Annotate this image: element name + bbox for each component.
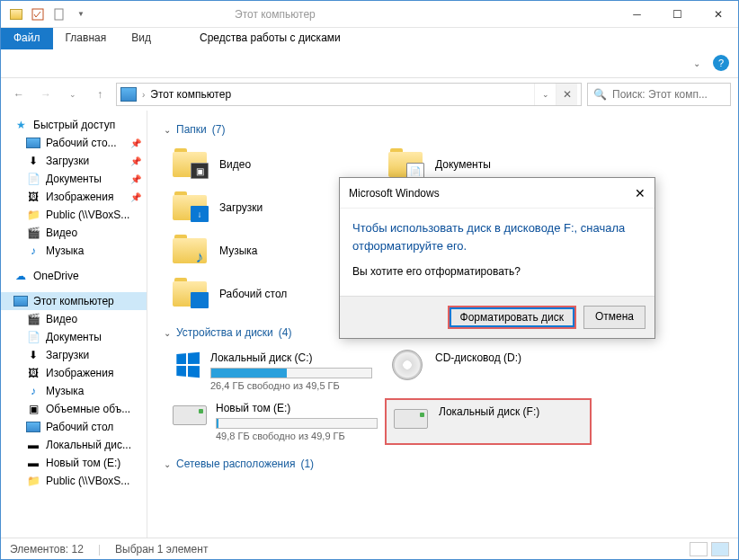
dialog-question: Вы хотите его отформатировать?: [352, 265, 642, 278]
navigation-pane: ★Быстрый доступ Рабочий сто...📌 ⬇Загрузк…: [1, 111, 147, 540]
format-button[interactable]: Форматировать диск: [448, 306, 576, 329]
hdd-icon: [392, 405, 430, 432]
drive-d[interactable]: CD-дисковод (D:): [385, 348, 592, 395]
downloads-icon: ⬇: [26, 349, 40, 361]
status-bar: Элементов: 12 | Выбран 1 элемент: [1, 538, 738, 559]
sidebar-item-downloads-pc[interactable]: ⬇Загрузки: [1, 346, 147, 364]
folder-icon: 📁: [26, 475, 40, 487]
music-icon: ♪: [26, 244, 40, 257]
status-item-count: Элементов: 12: [10, 543, 84, 556]
sidebar-item-music-pc[interactable]: ♪Музыка: [1, 382, 147, 400]
up-button[interactable]: ↑: [89, 84, 111, 105]
pin-icon: 📌: [130, 192, 141, 202]
tab-view[interactable]: Вид: [119, 28, 164, 49]
chevron-down-icon: ⌄: [164, 328, 171, 338]
drive-c[interactable]: Локальный диск (C:) 26,4 ГБ свободно из …: [169, 348, 376, 395]
cancel-button[interactable]: Отмена: [583, 306, 646, 329]
address-dropdown-icon[interactable]: ⌄: [534, 84, 556, 105]
sidebar-item-public-pc[interactable]: 📁Public (\\VBoxS...: [1, 472, 147, 490]
folder-icon: ↓: [173, 191, 210, 224]
chevron-down-icon: ⌄: [164, 459, 171, 469]
ribbon: Файл Главная Вид Средства работы с диска…: [1, 28, 738, 78]
tab-file[interactable]: Файл: [1, 28, 53, 49]
tab-main[interactable]: Главная: [53, 28, 120, 49]
cd-icon: [388, 351, 426, 378]
status-selection: Выбран 1 элемент: [115, 543, 208, 556]
recent-dropdown-icon[interactable]: ⌄: [62, 84, 84, 105]
drive-f[interactable]: Локальный диск (F:): [385, 398, 592, 445]
folder-icon: [173, 278, 210, 310]
hdd-icon: [173, 402, 207, 429]
sidebar-item-downloads[interactable]: ⬇Загрузки📌: [1, 152, 147, 170]
sidebar-onedrive[interactable]: ☁OneDrive: [1, 267, 147, 285]
sidebar-item-drive-e[interactable]: ▬Новый том (E:): [1, 454, 147, 472]
sidebar-item-pictures[interactable]: 🖼Изображения📌: [1, 188, 147, 206]
pc-icon: [120, 87, 137, 102]
search-icon: 🔍: [593, 88, 607, 101]
folder-icon: ♪: [173, 235, 210, 267]
chevron-down-icon: ⌄: [164, 125, 171, 135]
star-icon: ★: [13, 119, 28, 131]
qat-properties-icon[interactable]: [28, 4, 48, 24]
drive-icon: ▬: [26, 439, 40, 451]
drive-e[interactable]: Новый том (E:) 49,8 ГБ свободно из 49,9 …: [169, 398, 376, 445]
close-button[interactable]: ✕: [698, 1, 738, 28]
sidebar-item-videos[interactable]: 🎬Видео: [1, 224, 147, 242]
forward-button[interactable]: →: [35, 84, 57, 105]
video-icon: 🎬: [26, 313, 40, 325]
group-network[interactable]: ⌄ Сетевые расположения (1): [164, 458, 722, 470]
qat-dropdown-icon[interactable]: ▼: [71, 4, 91, 24]
tab-drive-tools[interactable]: Средства работы с дисками: [187, 28, 353, 48]
sidebar-item-videos-pc[interactable]: 🎬Видео: [1, 310, 147, 328]
sidebar-item-public[interactable]: 📁Public (\\VBoxS...: [1, 206, 147, 224]
sidebar-item-drive-c[interactable]: ▬Локальный дис...: [1, 436, 147, 454]
pictures-icon: 🖼: [26, 191, 40, 203]
view-details-icon[interactable]: [690, 542, 708, 556]
help-icon[interactable]: ?: [713, 55, 729, 71]
downloads-icon: ⬇: [26, 155, 40, 167]
sidebar-item-desktop[interactable]: Рабочий сто...📌: [1, 134, 147, 152]
qat-new-icon[interactable]: [49, 4, 69, 24]
refresh-button[interactable]: ✕: [556, 84, 577, 105]
sidebar-item-desktop-pc[interactable]: Рабочий стол: [1, 418, 147, 436]
group-folders[interactable]: ⌄ Папки (7): [164, 123, 722, 136]
windows-drive-icon: [173, 351, 201, 378]
window-title: Этот компьютер: [235, 8, 316, 21]
sidebar-quick-access[interactable]: ★Быстрый доступ: [1, 116, 147, 134]
folder-icon: 📁: [26, 209, 40, 221]
maximize-button[interactable]: ☐: [657, 1, 698, 28]
back-button[interactable]: ←: [8, 84, 30, 105]
search-input[interactable]: [612, 88, 725, 101]
music-icon: ♪: [26, 385, 40, 397]
pin-icon: 📌: [130, 156, 141, 166]
dialog-message: Чтобы использовать диск в дисководе F:, …: [352, 219, 642, 254]
navigation-bar: ← → ⌄ ↑ › Этот компьютер ⌄ ✕ 🔍: [1, 78, 738, 111]
cloud-icon: ☁: [13, 270, 28, 282]
sidebar-this-pc[interactable]: Этот компьютер: [1, 292, 147, 310]
breadcrumb[interactable]: Этот компьютер: [150, 88, 231, 101]
folder-icon: ▣: [173, 148, 210, 181]
ribbon-context-group: Управление: [187, 0, 303, 1]
documents-icon: 📄: [26, 173, 40, 185]
sidebar-item-music[interactable]: ♪Музыка: [1, 242, 147, 260]
svg-rect-1: [55, 9, 63, 20]
sidebar-item-documents[interactable]: 📄Документы📌: [1, 170, 147, 188]
desktop-icon: [26, 422, 40, 432]
video-icon: 🎬: [26, 227, 40, 239]
sidebar-item-pictures-pc[interactable]: 🖼Изображения: [1, 364, 147, 382]
chevron-right-icon[interactable]: ›: [142, 90, 145, 100]
sidebar-item-3d[interactable]: ▣Объемные объ...: [1, 400, 147, 418]
pc-icon: [13, 296, 28, 307]
pin-icon: 📌: [130, 174, 141, 184]
ribbon-expand-icon[interactable]: ⌄: [693, 58, 700, 68]
address-bar[interactable]: › Этот компьютер ⌄ ✕: [116, 83, 582, 106]
search-box[interactable]: 🔍: [587, 83, 731, 106]
folder-icon: 📄: [388, 148, 426, 181]
sidebar-item-documents-pc[interactable]: 📄Документы: [1, 328, 147, 346]
title-bar: ▼ Управление Этот компьютер ─ ☐ ✕: [1, 1, 738, 28]
dialog-close-button[interactable]: ✕: [635, 186, 646, 200]
cube-icon: ▣: [26, 403, 40, 415]
pin-icon: 📌: [130, 138, 141, 148]
minimize-button[interactable]: ─: [617, 1, 657, 28]
view-tiles-icon[interactable]: [711, 542, 729, 556]
